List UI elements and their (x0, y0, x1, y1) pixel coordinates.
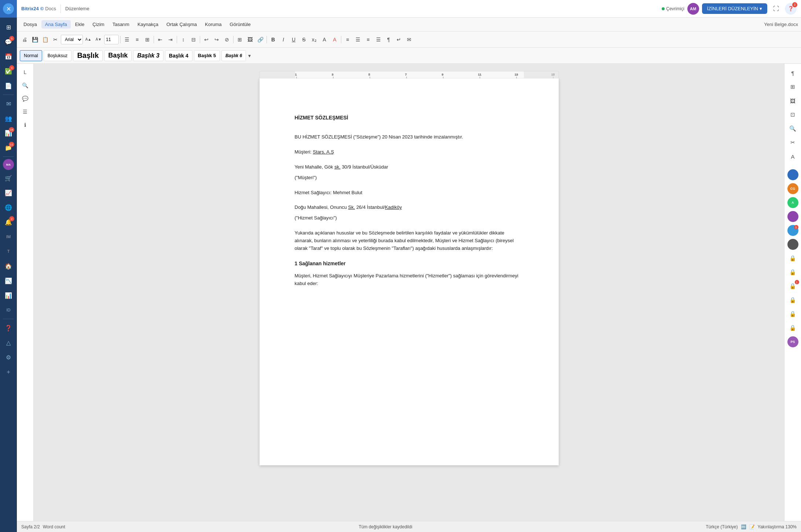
sidebar-item-drive[interactable]: 📁 11 (2, 141, 15, 154)
list-ordered-btn[interactable]: ≡ (132, 35, 142, 44)
save-btn[interactable]: 💾 (30, 35, 40, 44)
highlight-btn[interactable]: A (320, 35, 329, 44)
sidebar-item-t[interactable]: T (2, 245, 15, 258)
font-size-input[interactable] (104, 35, 119, 44)
rp-avatar-blue2[interactable]: 1 (787, 225, 798, 236)
sidebar-item-contacts[interactable]: 👥 (2, 112, 15, 125)
menu-ortak[interactable]: Ortak Çalışma (163, 20, 201, 29)
menu-tasarim[interactable]: Tasarım (109, 20, 133, 29)
font-size-down-btn[interactable]: A▼ (94, 35, 103, 44)
sidebar-item-add[interactable]: ＋ (2, 365, 15, 378)
justify-btn[interactable]: ☰ (374, 35, 383, 44)
style-baslik4[interactable]: Başlık 4 (165, 50, 192, 61)
doc-page[interactable]: HİZMET SÖZLEŞMESİ BU HİZMET SÖZLEŞMESİ (… (260, 78, 559, 465)
mail-btn[interactable]: ✉ (404, 35, 414, 44)
sidebar-item-reports[interactable]: 📉 (2, 274, 15, 287)
sidebar-item-docs[interactable]: 📄 (2, 79, 15, 92)
style-baslik1[interactable]: Başlık (73, 50, 103, 61)
redo-btn[interactable]: ↪ (212, 35, 221, 44)
sidebar-item-email[interactable]: ✉ (2, 97, 15, 110)
rp-lock1[interactable]: 🔒 (787, 252, 799, 265)
rp-cut-btn[interactable]: ✂ (787, 136, 799, 149)
track-changes-btn[interactable]: 📝 (749, 524, 755, 529)
menu-kaynakca[interactable]: Kaynakça (134, 20, 162, 29)
align-left-btn[interactable]: ≡ (343, 35, 352, 44)
menu-goruntule[interactable]: Görüntüle (226, 20, 254, 29)
undo-btn[interactable]: ↩ (202, 35, 211, 44)
user-avatar[interactable]: AM (687, 3, 699, 15)
style-baslik5[interactable]: Başlık 5 (194, 50, 220, 61)
rp-table-btn[interactable]: ⊞ (787, 81, 799, 93)
font-selector[interactable]: Arial (61, 35, 83, 44)
info-tool[interactable]: ℹ (20, 119, 31, 130)
rp-lock4[interactable]: 🔒 (787, 294, 799, 306)
rp-avatar-a[interactable]: A (787, 197, 798, 208)
sidebar-item-grid[interactable]: ⊞ (2, 21, 15, 34)
style-normal[interactable]: Normal (20, 50, 42, 61)
sidebar-item-sites[interactable]: 🌐 (2, 201, 15, 214)
font-color-btn[interactable]: A (330, 35, 339, 44)
sidebar-item-calendar[interactable]: 📅 (2, 50, 15, 63)
spell-check-btn[interactable]: 🔤 (741, 524, 746, 529)
rp-lock2[interactable]: 🔒 (787, 266, 799, 278)
rp-avatar-cg[interactable]: CG (787, 183, 798, 194)
underline-btn[interactable]: U (289, 35, 298, 44)
bold-btn[interactable]: B (268, 35, 278, 44)
menu-koruma[interactable]: Koruma (201, 20, 225, 29)
copy-btn[interactable]: 📋 (40, 35, 50, 44)
columns-btn[interactable]: ⊟ (189, 35, 198, 44)
style-baslik3[interactable]: Başlık 3 (133, 50, 163, 61)
font-size-up-btn[interactable]: A▲ (84, 35, 93, 44)
sidebar-item-settings[interactable]: ⚙ (2, 351, 15, 364)
sidebar-item-marketing[interactable]: 📈 (2, 186, 15, 199)
permissions-button[interactable]: İZİNLERİ DÜZENLEYİN ▾ (702, 3, 767, 14)
sidebar-item-home[interactable]: 🏠 (2, 259, 15, 273)
menu-cizim[interactable]: Çizim (89, 20, 108, 29)
language-selector[interactable]: Türkçe (Türkiye) (706, 524, 738, 529)
list-options-btn[interactable]: ⊞ (143, 35, 152, 44)
sidebar-item-analytics[interactable]: 📊 (2, 289, 15, 302)
notification-button[interactable]: ❓ 2 (785, 3, 797, 15)
sidebar-item-tasks[interactable]: ✅ 3 (2, 64, 15, 78)
style-bosluksuz[interactable]: Boşluksuz (44, 50, 72, 61)
rp-lock3[interactable]: 🔒1 (787, 280, 799, 292)
menu-dosya[interactable]: Dosya (20, 20, 41, 29)
text-dir-btn[interactable]: ¶ (384, 35, 393, 44)
menu-ekle[interactable]: Ekle (71, 20, 88, 29)
sidebar-item-crm[interactable]: 📊 15 (2, 126, 15, 140)
insert-link-btn[interactable]: 🔗 (256, 35, 265, 44)
sidebar-item-chat[interactable]: 💬 5 (2, 35, 15, 48)
list-btn[interactable]: ☰ (122, 35, 132, 44)
italic-btn[interactable]: I (279, 35, 288, 44)
insert-image-btn[interactable]: 🖼 (245, 35, 255, 44)
rp-avatar-blue1[interactable] (787, 169, 798, 180)
print-btn[interactable]: 🖨 (20, 35, 29, 44)
close-button[interactable]: ✕ (3, 3, 14, 14)
strikethrough-btn[interactable]: S (299, 35, 309, 44)
rp-search-btn[interactable]: 🔍 (787, 122, 799, 135)
rp-resize-btn[interactable]: ⊡ (787, 108, 799, 121)
fullscreen-button[interactable]: ⛶ (770, 3, 782, 15)
comment-tool[interactable]: 💬 (20, 93, 31, 104)
style-expand-btn[interactable]: ▾ (248, 53, 251, 59)
special-chars-btn[interactable]: ↵ (394, 35, 404, 44)
subscript-btn[interactable]: x₂ (309, 35, 319, 44)
increase-indent-btn[interactable]: ⇥ (166, 35, 175, 44)
sidebar-item-notification2[interactable]: △ (2, 336, 15, 349)
rp-font-btn[interactable]: A (787, 150, 799, 163)
sidebar-item-im[interactable]: IM (2, 230, 15, 243)
search-tool[interactable]: 🔍 (20, 80, 31, 91)
sidebar-item-shop[interactable]: 🛒 (2, 171, 15, 185)
line-spacing-btn[interactable]: ↕ (179, 35, 188, 44)
rp-lock6[interactable]: 🔒 (787, 322, 799, 334)
style-baslik6[interactable]: Başlık 6 (221, 50, 246, 61)
insert-table-btn[interactable]: ⊞ (235, 35, 245, 44)
rp-image-btn[interactable]: 🖼 (787, 95, 799, 107)
sidebar-item-id[interactable]: ID (2, 303, 15, 317)
sidebar-item-help[interactable]: ❓ (2, 321, 15, 335)
doc-scroll[interactable]: 1 3 5 7 9 11 13 15 HİZ (34, 64, 784, 521)
sidebar-item-notifications[interactable]: 🔔 2 (2, 215, 15, 229)
format-clear-btn[interactable]: ⊘ (222, 35, 232, 44)
decrease-indent-btn[interactable]: ⇤ (155, 35, 165, 44)
sidebar-avatar-ma[interactable]: MA (3, 159, 14, 170)
